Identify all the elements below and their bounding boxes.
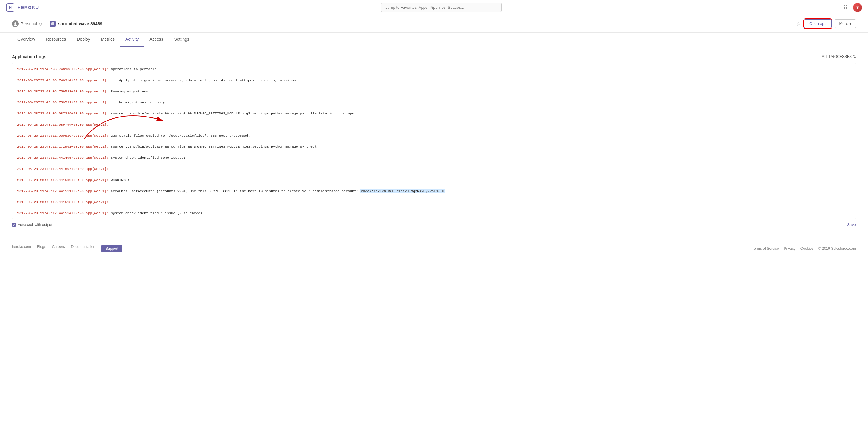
footer-link-heroku[interactable]: heroku.com (12, 244, 31, 253)
footer-copyright: © 2019 Salesforce.com (818, 246, 856, 251)
breadcrumb: Personal ◇ › shrouded-wave-39459 (12, 21, 102, 27)
log-message: accounts.UserAccount: (accounts.W001) Us… (111, 189, 361, 193)
more-chevron-icon: ▾ (849, 22, 851, 26)
tab-settings[interactable]: Settings (168, 33, 195, 47)
log-source: app[web.1]: (86, 211, 111, 215)
heroku-logo-text: HEROKU (18, 5, 39, 10)
log-message: 230 static files copied to '/code/static… (111, 134, 250, 138)
log-source: app[web.1]: (86, 67, 111, 71)
avatar: S (853, 3, 862, 12)
tab-resources[interactable]: Resources (40, 33, 71, 47)
log-line: 2019-05-28T23:43:12.441507+00:00 app[web… (17, 166, 851, 172)
breadcrumb-actions: ☆ Open app More ▾ (796, 19, 856, 28)
log-source: app[web.1]: (86, 123, 111, 127)
nav-tabs: Overview Resources Deploy Metrics Activi… (0, 33, 868, 47)
more-button[interactable]: More ▾ (835, 19, 856, 28)
log-timestamp: 2019-05-28T23:43:12.441507+00:00 (17, 167, 86, 171)
tab-activity[interactable]: Activity (120, 33, 144, 47)
log-highlight: check:1hVlk0:D6FHh1fsxHIMgrRAYPyZVbFS-TU (361, 189, 445, 193)
log-line: 2019-05-28T23:43:12.441511+00:00 app[web… (17, 189, 851, 194)
log-line: 2019-05-28T23:43:06.759591+00:00 app[web… (17, 100, 851, 105)
search-input[interactable] (381, 3, 501, 12)
tab-deploy[interactable]: Deploy (71, 33, 96, 47)
footer-left: heroku.com Blogs Careers Documentation S… (12, 244, 122, 253)
log-timestamp: 2019-05-28T23:43:06.740306+00:00 (17, 67, 86, 71)
personal-chevron: ◇ (39, 22, 42, 26)
log-line: 2019-05-28T23:43:06.987229+00:00 app[web… (17, 111, 851, 116)
autoscroll-label: Autoscroll with output (18, 223, 52, 227)
log-message: System check identified some issues: (111, 156, 186, 160)
top-header: H HEROKU ⠿ S (0, 0, 868, 15)
log-message: System check identified 1 issue (0 silen… (111, 211, 205, 215)
log-timestamp: 2019-05-28T23:43:06.740314+00:00 (17, 78, 86, 82)
log-message: No migrations to apply. (111, 100, 167, 104)
log-timestamp: 2019-05-28T23:43:12.441495+00:00 (17, 156, 86, 160)
footer-link-cookies[interactable]: Cookies (801, 246, 813, 251)
heroku-logo-icon: H (6, 3, 14, 12)
log-source: app[web.1]: (86, 111, 111, 115)
log-source: app[web.1]: (86, 156, 111, 160)
log-timestamp: 2019-05-28T23:43:12.441511+00:00 (17, 189, 86, 193)
log-line: 2019-05-28T23:43:11.089794+00:00 app[web… (17, 122, 851, 127)
breadcrumb-bar: Personal ◇ › shrouded-wave-39459 ☆ Open … (0, 15, 868, 33)
log-source: app[web.1]: (86, 90, 111, 93)
logs-header: Application Logs ALL PROCESSES ⇅ (12, 54, 856, 59)
tab-overview[interactable]: Overview (12, 33, 40, 47)
svg-point-1 (14, 24, 17, 26)
log-message: Apply all migrations: accounts, admin, a… (111, 78, 296, 82)
log-source: app[web.1]: (86, 134, 111, 138)
save-link[interactable]: Save (847, 222, 856, 227)
header-right: ⠿ S (844, 3, 862, 12)
log-line: 2019-05-28T23:43:11.172961+00:00 app[web… (17, 144, 851, 149)
log-line: 2019-05-28T23:43:12.441513+00:00 app[web… (17, 199, 851, 205)
footer-link-careers[interactable]: Careers (52, 244, 65, 253)
breadcrumb-app: shrouded-wave-39459 (50, 21, 102, 27)
tab-metrics[interactable]: Metrics (96, 33, 120, 47)
breadcrumb-personal[interactable]: Personal ◇ (12, 21, 42, 27)
logs-container[interactable]: 2019-05-28T23:43:06.740306+00:00 app[web… (12, 63, 856, 219)
log-timestamp: 2019-05-28T23:43:11.089820+00:00 (17, 134, 86, 138)
footer-link-blogs[interactable]: Blogs (37, 244, 46, 253)
log-message: source .venv/bin/activate && cd mig3 && … (111, 144, 317, 148)
log-timestamp: 2019-05-28T23:43:12.441509+00:00 (17, 178, 86, 182)
all-processes-chevron: ⇅ (853, 55, 856, 59)
log-timestamp: 2019-05-28T23:43:12.441514+00:00 (17, 211, 86, 215)
log-line: 2019-05-28T23:43:12.441495+00:00 app[web… (17, 155, 851, 161)
autoscroll-checkbox[interactable] (12, 223, 16, 227)
log-source: app[web.1]: (86, 144, 111, 148)
log-source: app[web.1]: (86, 100, 111, 104)
open-app-button[interactable]: Open app (804, 19, 832, 28)
log-source: app[web.1]: (86, 167, 111, 171)
app-name: shrouded-wave-39459 (58, 22, 102, 26)
grid-icon[interactable]: ⠿ (844, 4, 848, 11)
log-line: 2019-05-28T23:43:11.089820+00:00 app[web… (17, 133, 851, 139)
more-label: More (839, 22, 848, 26)
search-bar[interactable] (381, 3, 501, 12)
footer: heroku.com Blogs Careers Documentation S… (0, 240, 868, 257)
support-button[interactable]: Support (101, 244, 122, 253)
log-line: 2019-05-28T23:43:06.740306+00:00 app[web… (17, 67, 851, 72)
log-line: 2019-05-28T23:43:06.740314+00:00 app[web… (17, 78, 851, 83)
footer-link-tos[interactable]: Terms of Service (752, 246, 779, 251)
log-timestamp: 2019-05-28T23:43:12.441513+00:00 (17, 200, 86, 204)
log-timestamp: 2019-05-28T23:43:11.172961+00:00 (17, 144, 86, 148)
all-processes-button[interactable]: ALL PROCESSES ⇅ (822, 55, 856, 59)
all-processes-label: ALL PROCESSES (822, 55, 852, 59)
log-message: WARNINGS: (111, 178, 130, 182)
footer-right: Terms of Service Privacy Cookies © 2019 … (752, 246, 856, 251)
footer-link-documentation[interactable]: Documentation (71, 244, 95, 253)
log-timestamp: 2019-05-28T23:43:06.759583+00:00 (17, 90, 86, 93)
log-line: 2019-05-28T23:43:12.441509+00:00 app[web… (17, 177, 851, 183)
favorite-button[interactable]: ☆ (796, 21, 801, 27)
log-message: Operations to perform: (111, 67, 157, 71)
app-icon (50, 21, 56, 27)
log-timestamp: 2019-05-28T23:43:06.987229+00:00 (17, 111, 86, 115)
log-source: app[web.1]: (86, 178, 111, 182)
log-message: source .venv/bin/activate && cd mig3 && … (111, 111, 356, 115)
personal-label: Personal (21, 22, 37, 26)
svg-point-0 (14, 22, 16, 24)
footer-link-privacy[interactable]: Privacy (784, 246, 795, 251)
log-timestamp: 2019-05-28T23:43:11.089794+00:00 (17, 123, 86, 127)
tab-access[interactable]: Access (144, 33, 168, 47)
log-source: app[web.1]: (86, 189, 111, 193)
